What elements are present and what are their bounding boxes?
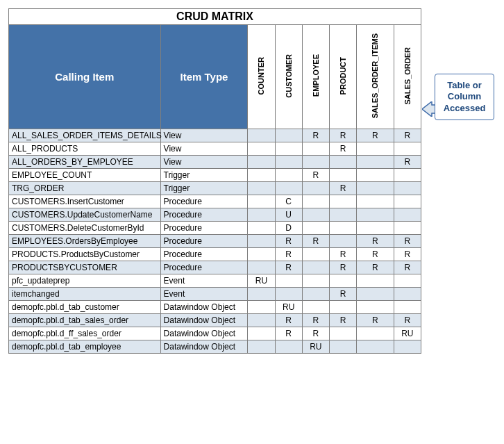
cell-access — [275, 340, 302, 354]
cell-access — [275, 182, 302, 195]
table-row: EMPLOYEE_COUNTTriggerR — [9, 169, 421, 182]
cell-access — [248, 288, 275, 301]
cell-access — [357, 288, 394, 301]
cell-access — [357, 156, 394, 169]
table-row: itemchangedEventR — [9, 288, 421, 301]
cell-access — [357, 195, 394, 208]
table-row: EMPLOYEES.OrdersByEmployeeProcedureRRRR — [9, 235, 421, 248]
cell-item-type: Procedure — [160, 235, 248, 248]
cell-item-type: Datawindow Object — [160, 340, 248, 354]
cell-item-type: Procedure — [160, 195, 248, 208]
cell-calling-item: TRG_ORDER — [9, 182, 161, 195]
cell-calling-item: demopfc.pbl.d_tab_employee — [9, 340, 161, 354]
cell-item-type: Datawindow Object — [160, 301, 248, 314]
cell-access — [357, 208, 394, 222]
header-item-type: Item Type — [160, 25, 248, 129]
cell-access — [329, 340, 356, 354]
cell-calling-item: ALL_ORDERS_BY_EMPLOYEE — [9, 156, 161, 169]
cell-access: RU — [248, 274, 275, 288]
header-col-sales-order: SALES_ORDER — [394, 25, 421, 129]
table-row: PRODUCTS.ProductsByCustomerProcedureRRRR — [9, 248, 421, 261]
header-row: Calling Item Item Type COUNTER CUSTOMER … — [9, 25, 421, 129]
cell-access — [357, 274, 394, 288]
cell-access: R — [394, 129, 421, 142]
cell-access: R — [357, 129, 394, 142]
cell-calling-item: pfc_updateprep — [9, 274, 161, 288]
cell-item-type: Procedure — [160, 261, 248, 274]
cell-access — [248, 195, 275, 208]
cell-access — [302, 182, 329, 195]
cell-item-type: Procedure — [160, 248, 248, 261]
cell-access — [394, 222, 421, 235]
cell-calling-item: demopfc.pbl.d_tab_sales_order — [9, 314, 161, 327]
cell-access: R — [394, 156, 421, 169]
cell-access: R — [302, 169, 329, 182]
cell-item-type: View — [160, 156, 248, 169]
cell-calling-item: CUSTOMERS.DeleteCustomerById — [9, 222, 161, 235]
cell-access: R — [275, 314, 302, 327]
table-row: PRODUCTSBYCUSTOMERProcedureRRRR — [9, 261, 421, 274]
cell-access: R — [329, 142, 356, 156]
cell-access — [394, 274, 421, 288]
header-calling-item: Calling Item — [9, 25, 161, 129]
cell-calling-item: PRODUCTSBYCUSTOMER — [9, 261, 161, 274]
cell-access — [248, 248, 275, 261]
table-row: demopfc.pbl.d_ff_sales_orderDatawindow O… — [9, 327, 421, 340]
cell-item-type: Event — [160, 288, 248, 301]
cell-calling-item: ALL_SALES_ORDER_ITEMS_DETAILS — [9, 129, 161, 142]
cell-access — [329, 274, 356, 288]
cell-calling-item: ALL_PRODUCTS — [9, 142, 161, 156]
cell-access — [329, 301, 356, 314]
cell-access — [329, 235, 356, 248]
cell-access: RU — [275, 301, 302, 314]
cell-item-type: View — [160, 142, 248, 156]
cell-access: R — [302, 327, 329, 340]
table-row: CUSTOMERS.InsertCustomerProcedureC — [9, 195, 421, 208]
cell-access — [302, 261, 329, 274]
cell-access — [248, 182, 275, 195]
cell-access — [357, 142, 394, 156]
cell-access: R — [329, 129, 356, 142]
cell-calling-item: CUSTOMERS.InsertCustomer — [9, 195, 161, 208]
cell-access: R — [394, 235, 421, 248]
cell-access — [394, 340, 421, 354]
cell-access — [248, 208, 275, 222]
cell-access: R — [357, 235, 394, 248]
cell-calling-item: CUSTOMERS.UpdateCustomerName — [9, 208, 161, 222]
callout-table-accessed: Table or Column Accessed — [435, 74, 494, 120]
cell-access: R — [329, 182, 356, 195]
cell-access: R — [394, 261, 421, 274]
cell-access: R — [302, 314, 329, 327]
cell-access — [302, 142, 329, 156]
cell-access — [248, 142, 275, 156]
cell-access — [248, 169, 275, 182]
cell-access — [357, 301, 394, 314]
cell-access — [248, 156, 275, 169]
cell-access — [329, 222, 356, 235]
table-row: pfc_updateprepEventRU — [9, 274, 421, 288]
cell-access — [275, 169, 302, 182]
table-row: demopfc.pbl.d_tab_sales_orderDatawindow … — [9, 314, 421, 327]
cell-access — [394, 142, 421, 156]
cell-access: R — [357, 248, 394, 261]
cell-access: R — [329, 288, 356, 301]
cell-access: R — [275, 327, 302, 340]
cell-access — [302, 274, 329, 288]
cell-item-type: Event — [160, 274, 248, 288]
cell-access — [248, 314, 275, 327]
cell-access — [248, 327, 275, 340]
cell-access — [248, 235, 275, 248]
cell-access: U — [275, 208, 302, 222]
header-col-sales-order-items: SALES_ORDER_ITEMS — [357, 25, 394, 129]
cell-access: RU — [302, 340, 329, 354]
cell-access: R — [302, 235, 329, 248]
cell-access — [394, 208, 421, 222]
cell-access — [329, 169, 356, 182]
cell-calling-item: demopfc.pbl.d_ff_sales_order — [9, 327, 161, 340]
cell-access — [302, 208, 329, 222]
cell-calling-item: EMPLOYEE_COUNT — [9, 169, 161, 182]
cell-access: D — [275, 222, 302, 235]
cell-access — [357, 222, 394, 235]
cell-access — [275, 288, 302, 301]
cell-access — [248, 222, 275, 235]
